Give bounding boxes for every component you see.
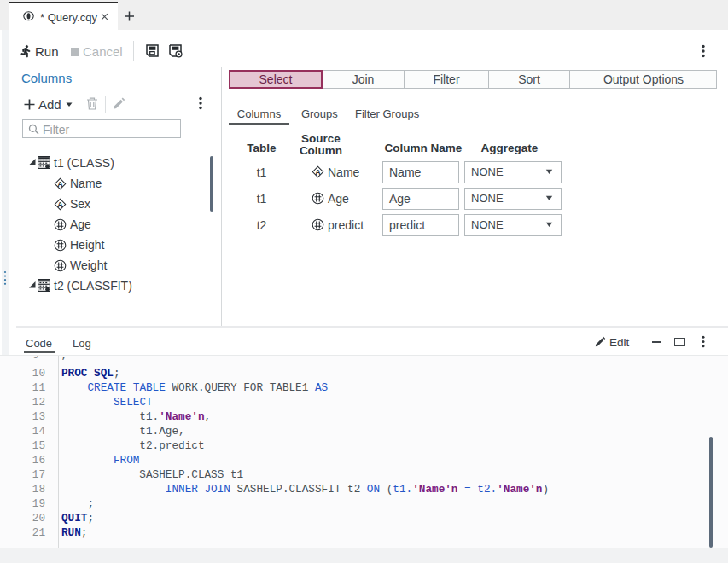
svg-text:A: A <box>57 200 63 209</box>
svg-text:A: A <box>57 180 63 189</box>
svg-text:A: A <box>315 168 321 177</box>
